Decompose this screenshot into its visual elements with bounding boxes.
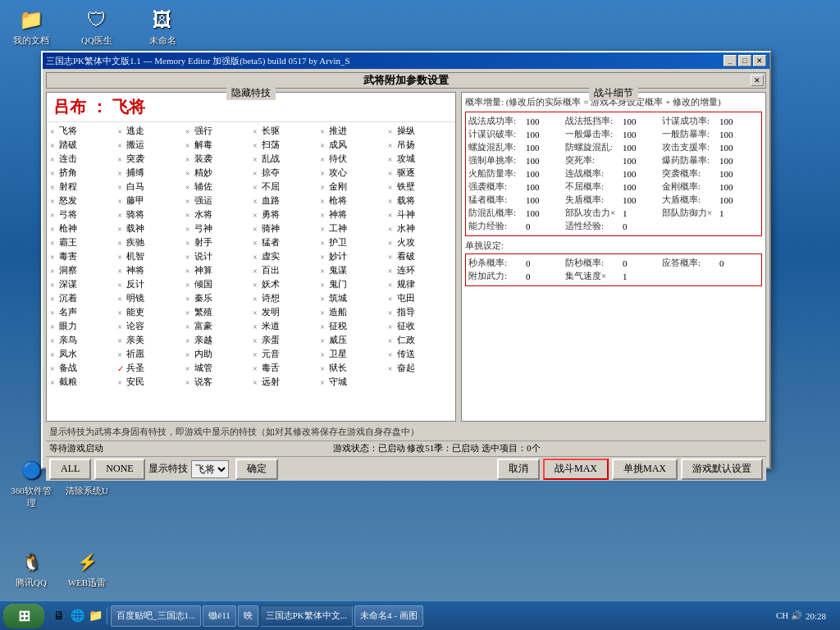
skill-checkbox[interactable]: × [253, 267, 261, 275]
skill-item[interactable]: ×反计 [116, 277, 183, 291]
skill-item[interactable]: ×妙计 [318, 249, 386, 263]
skill-checkbox[interactable]: × [253, 336, 261, 345]
skill-item[interactable]: ×鬼谋 [318, 263, 386, 277]
skill-checkbox[interactable]: × [320, 197, 328, 205]
skill-item[interactable]: ×攻城 [386, 152, 454, 166]
confirm-button[interactable]: 确定 [235, 459, 278, 480]
skill-item[interactable]: ×攻心 [318, 166, 386, 180]
display-select[interactable]: 飞将 [191, 460, 229, 478]
skill-item[interactable]: ×勇将 [251, 208, 318, 221]
skill-checkbox[interactable]: × [185, 281, 194, 289]
skill-checkbox[interactable]: × [50, 364, 58, 372]
skill-item[interactable]: ×说计 [184, 249, 251, 263]
skill-checkbox[interactable]: × [117, 322, 126, 331]
skill-item[interactable]: ×怒发 [48, 194, 116, 208]
skill-item[interactable]: ×枪神 [48, 221, 116, 235]
skill-item[interactable]: ×眼力 [48, 319, 116, 333]
skill-item[interactable]: ×挤角 [48, 166, 116, 180]
skill-item[interactable]: ×飞将 [48, 124, 116, 138]
skill-item[interactable]: ×规律 [386, 277, 454, 291]
skill-checkbox[interactable]: × [388, 141, 396, 149]
skill-checkbox[interactable]: × [50, 378, 58, 386]
skill-item[interactable]: ×连环 [386, 263, 454, 277]
skill-checkbox[interactable]: × [388, 155, 396, 163]
skill-item[interactable]: ×凤水 [48, 347, 116, 361]
skill-checkbox[interactable]: × [185, 197, 194, 205]
skill-item[interactable]: ×掠夺 [251, 166, 318, 180]
skill-item[interactable]: ×沉着 [48, 291, 116, 305]
skill-item[interactable]: ×能吏 [116, 305, 183, 319]
skill-checkbox[interactable]: × [50, 225, 58, 233]
skill-item[interactable]: ×截粮 [48, 375, 116, 389]
skill-item[interactable]: ✓兵圣 [116, 361, 183, 375]
none-button[interactable]: NONE [94, 459, 144, 480]
skill-item[interactable]: ×说客 [184, 375, 251, 389]
skill-item[interactable]: ×载神 [116, 221, 183, 235]
skill-item[interactable]: ×逃走 [116, 124, 183, 138]
skill-item[interactable]: ×成风 [318, 138, 386, 152]
skill-item[interactable]: ×发明 [251, 305, 318, 319]
skill-item[interactable]: ×不屈 [251, 180, 318, 194]
skill-item[interactable]: ×名声 [48, 305, 116, 319]
skill-item[interactable]: ×神将 [318, 208, 386, 221]
skill-item[interactable]: ×传送 [386, 347, 454, 361]
skill-checkbox[interactable]: × [253, 364, 261, 372]
skill-checkbox[interactable]: × [117, 294, 126, 303]
skill-checkbox[interactable]: × [50, 155, 58, 163]
skill-checkbox[interactable]: × [185, 308, 194, 317]
skill-item[interactable]: ×长驱 [251, 124, 318, 138]
skill-item[interactable]: ×亲越 [184, 333, 251, 347]
skill-checkbox[interactable]: × [388, 308, 396, 317]
skill-item[interactable]: ×祈愿 [116, 347, 183, 361]
skill-checkbox[interactable]: × [388, 211, 396, 219]
skill-checkbox[interactable]: × [253, 239, 261, 247]
skill-checkbox[interactable]: × [50, 281, 58, 289]
skill-item[interactable]: ×鬼门 [318, 277, 386, 291]
skill-item[interactable]: ×内助 [184, 347, 251, 361]
skill-item[interactable]: ×明镜 [116, 291, 183, 305]
skill-checkbox[interactable]: × [388, 225, 396, 233]
skill-item[interactable]: ×城管 [184, 361, 251, 375]
skill-item[interactable]: ×卫星 [318, 347, 386, 361]
taskbar-item[interactable]: 三国志PK繁体中文... [260, 605, 353, 627]
skill-item[interactable]: ×吊扬 [386, 138, 454, 152]
skill-checkbox[interactable]: × [388, 350, 396, 358]
skill-checkbox[interactable]: × [253, 127, 261, 135]
ql-folder[interactable]: 📁 [87, 608, 103, 624]
skill-checkbox[interactable]: × [185, 294, 194, 303]
skill-item[interactable]: ×藤甲 [116, 194, 183, 208]
skill-item[interactable]: ×亲美 [116, 333, 183, 347]
skill-checkbox[interactable]: × [117, 197, 126, 205]
desktop-icon-tencent[interactable]: 🐧 腾讯QQ [7, 549, 56, 589]
skill-checkbox[interactable]: × [320, 350, 328, 358]
skill-checkbox[interactable]: × [117, 281, 126, 289]
skill-checkbox[interactable]: × [253, 141, 261, 149]
skill-checkbox[interactable]: × [320, 267, 328, 275]
skill-item[interactable]: ×解毒 [184, 138, 251, 152]
skill-checkbox[interactable]: × [388, 127, 396, 135]
skill-item[interactable]: ×狱长 [318, 361, 386, 375]
cancel-button[interactable]: 取消 [497, 459, 540, 480]
skill-item[interactable]: ×妖术 [251, 277, 318, 291]
skill-item[interactable]: ×水神 [386, 221, 454, 235]
skill-item[interactable]: ×护卫 [318, 235, 386, 249]
skill-item[interactable]: ×征收 [386, 319, 454, 333]
skill-checkbox[interactable]: × [185, 322, 194, 331]
skill-checkbox[interactable]: × [50, 350, 58, 358]
skill-checkbox[interactable]: × [117, 141, 126, 149]
maximize-button[interactable]: □ [738, 55, 751, 66]
skill-checkbox[interactable]: × [50, 169, 58, 177]
skill-item[interactable]: ×待伏 [318, 152, 386, 166]
skill-checkbox[interactable]: × [320, 127, 328, 135]
skill-item[interactable]: ×诗想 [251, 291, 318, 305]
skill-checkbox[interactable]: × [185, 141, 194, 149]
skill-item[interactable]: ×神算 [184, 263, 251, 277]
skill-item[interactable]: ×捕缚 [116, 166, 183, 180]
skill-checkbox[interactable]: × [117, 211, 126, 219]
skill-item[interactable]: ×秦乐 [184, 291, 251, 305]
skill-item[interactable]: ×血路 [251, 194, 318, 208]
skill-item[interactable]: ×射手 [184, 235, 251, 249]
skill-item[interactable]: ×工神 [318, 221, 386, 235]
skill-checkbox[interactable]: × [185, 336, 194, 345]
skill-item[interactable]: ×机智 [116, 249, 183, 263]
